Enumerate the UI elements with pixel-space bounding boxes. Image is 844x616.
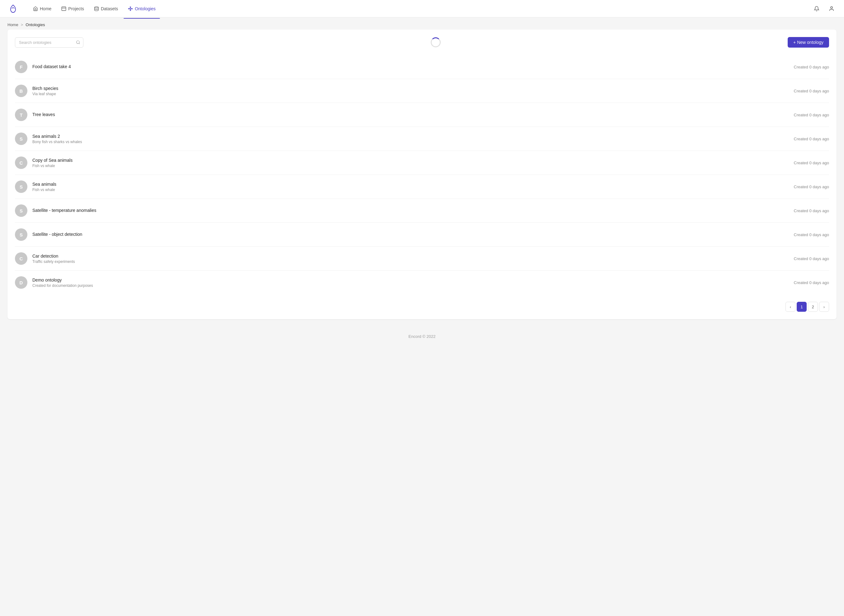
ontology-info: Satellite - temperature anomalies bbox=[32, 208, 96, 214]
avatar: D bbox=[15, 276, 27, 289]
bell-button[interactable] bbox=[812, 4, 822, 14]
ontology-meta: Created 0 days ago bbox=[794, 65, 829, 69]
breadcrumb-current: Ontologies bbox=[25, 22, 45, 27]
app-logo[interactable] bbox=[7, 3, 19, 14]
pagination-page-1[interactable]: 1 bbox=[797, 302, 807, 312]
ontology-title: Food dataset take 4 bbox=[32, 64, 71, 69]
avatar: S bbox=[15, 132, 27, 145]
ontology-item[interactable]: C Car detection Traffic safety experimen… bbox=[15, 247, 829, 271]
ontology-info: Satellite - object detection bbox=[32, 232, 82, 238]
datasets-icon bbox=[94, 6, 99, 11]
toolbar: + New ontology bbox=[15, 37, 829, 48]
avatar: S bbox=[15, 204, 27, 217]
ontology-meta: Created 0 days ago bbox=[794, 161, 829, 165]
ontology-left: D Demo ontology Created for documentatio… bbox=[15, 276, 93, 289]
new-ontology-label: + New ontology bbox=[793, 40, 823, 45]
nav-label-ontologies: Ontologies bbox=[135, 6, 156, 11]
ontology-title: Demo ontology bbox=[32, 277, 93, 283]
pagination-prev[interactable]: ‹ bbox=[785, 302, 796, 312]
avatar: F bbox=[15, 61, 27, 73]
ontology-title: Tree leaves bbox=[32, 112, 55, 117]
ontology-subtitle: Fish vs whale bbox=[32, 188, 56, 192]
svg-point-4 bbox=[130, 7, 131, 7]
avatar: S bbox=[15, 180, 27, 193]
footer: Encord © 2022 bbox=[0, 327, 844, 346]
search-icon bbox=[76, 40, 80, 44]
breadcrumb-home[interactable]: Home bbox=[7, 22, 18, 27]
navbar: Home Projects Datasets Ontologies bbox=[0, 0, 844, 18]
bell-icon bbox=[814, 6, 819, 12]
footer-text: Encord © 2022 bbox=[409, 334, 436, 339]
user-button[interactable] bbox=[826, 4, 837, 14]
ontology-info: Food dataset take 4 bbox=[32, 64, 71, 70]
ontology-item[interactable]: B Birch species Via leaf shape Created 0… bbox=[15, 79, 829, 103]
pagination-next[interactable]: › bbox=[819, 302, 829, 312]
ontology-list: F Food dataset take 4 Created 0 days ago… bbox=[15, 55, 829, 294]
breadcrumb-separator: > bbox=[21, 22, 23, 27]
ontology-item[interactable]: S Satellite - temperature anomalies Crea… bbox=[15, 199, 829, 223]
search-input[interactable] bbox=[15, 37, 84, 48]
ontology-title: Sea animals bbox=[32, 182, 56, 187]
avatar: S bbox=[15, 228, 27, 241]
ontology-item[interactable]: F Food dataset take 4 Created 0 days ago bbox=[15, 55, 829, 79]
user-icon bbox=[829, 6, 834, 12]
projects-icon bbox=[61, 6, 66, 11]
svg-point-2 bbox=[95, 7, 98, 8]
ontology-meta: Created 0 days ago bbox=[794, 280, 829, 285]
ontology-item[interactable]: S Satellite - object detection Created 0… bbox=[15, 223, 829, 247]
ontology-subtitle: Traffic safety experiments bbox=[32, 260, 75, 264]
breadcrumb: Home > Ontologies bbox=[0, 18, 844, 29]
ontology-item[interactable]: S Sea animals Fish vs whale Created 0 da… bbox=[15, 175, 829, 199]
ontology-left: S Sea animals Fish vs whale bbox=[15, 180, 56, 193]
ontology-item[interactable]: D Demo ontology Created for documentatio… bbox=[15, 271, 829, 294]
main-content: + New ontology F Food dataset take 4 Cre… bbox=[0, 29, 844, 327]
ontologies-card: + New ontology F Food dataset take 4 Cre… bbox=[7, 29, 837, 319]
ontology-meta: Created 0 days ago bbox=[794, 232, 829, 237]
loading-area bbox=[84, 37, 788, 47]
search-wrapper bbox=[15, 37, 84, 48]
nav-item-home[interactable]: Home bbox=[29, 4, 56, 14]
home-icon bbox=[33, 6, 38, 11]
ontology-info: Copy of Sea animals Fish vs whale bbox=[32, 158, 72, 168]
ontology-title: Satellite - object detection bbox=[32, 232, 82, 237]
ontology-title: Birch species bbox=[32, 86, 58, 91]
ontology-item[interactable]: S Sea animals 2 Bony fish vs sharks vs w… bbox=[15, 127, 829, 151]
nav-item-projects[interactable]: Projects bbox=[57, 4, 88, 14]
search-button[interactable] bbox=[76, 40, 80, 44]
svg-point-3 bbox=[130, 8, 131, 9]
loading-spinner bbox=[431, 37, 441, 47]
ontology-subtitle: Created for documentation purposes bbox=[32, 283, 93, 288]
nav-links: Home Projects Datasets Ontologies bbox=[29, 4, 802, 14]
nav-item-datasets[interactable]: Datasets bbox=[90, 4, 122, 14]
svg-point-12 bbox=[831, 7, 832, 9]
avatar: B bbox=[15, 85, 27, 97]
ontology-subtitle: Bony fish vs sharks vs whales bbox=[32, 140, 82, 144]
ontology-meta: Created 0 days ago bbox=[794, 185, 829, 189]
nav-item-ontologies[interactable]: Ontologies bbox=[123, 4, 160, 14]
svg-point-5 bbox=[130, 10, 131, 11]
nav-right bbox=[812, 4, 837, 14]
ontology-info: Sea animals Fish vs whale bbox=[32, 182, 56, 192]
ontology-title: Satellite - temperature anomalies bbox=[32, 208, 96, 213]
ontology-left: S Sea animals 2 Bony fish vs sharks vs w… bbox=[15, 132, 82, 145]
ontology-left: C Car detection Traffic safety experimen… bbox=[15, 252, 75, 265]
ontology-info: Demo ontology Created for documentation … bbox=[32, 277, 93, 288]
svg-rect-0 bbox=[62, 7, 66, 10]
ontology-left: C Copy of Sea animals Fish vs whale bbox=[15, 157, 72, 169]
ontology-left: S Satellite - object detection bbox=[15, 228, 82, 241]
ontology-left: B Birch species Via leaf shape bbox=[15, 85, 58, 97]
nav-label-home: Home bbox=[40, 6, 51, 11]
pagination-page-2[interactable]: 2 bbox=[808, 302, 818, 312]
new-ontology-button[interactable]: + New ontology bbox=[788, 37, 829, 48]
avatar: C bbox=[15, 252, 27, 265]
svg-point-13 bbox=[76, 41, 79, 44]
ontology-item[interactable]: T Tree leaves Created 0 days ago bbox=[15, 103, 829, 127]
svg-point-7 bbox=[132, 8, 132, 9]
ontologies-icon bbox=[128, 6, 133, 11]
ontology-title: Copy of Sea animals bbox=[32, 158, 72, 163]
ontology-meta: Created 0 days ago bbox=[794, 113, 829, 117]
ontology-info: Tree leaves bbox=[32, 112, 55, 118]
ontology-item[interactable]: C Copy of Sea animals Fish vs whale Crea… bbox=[15, 151, 829, 175]
pagination: ‹ 1 2 › bbox=[15, 302, 829, 312]
ontology-title: Car detection bbox=[32, 254, 75, 258]
